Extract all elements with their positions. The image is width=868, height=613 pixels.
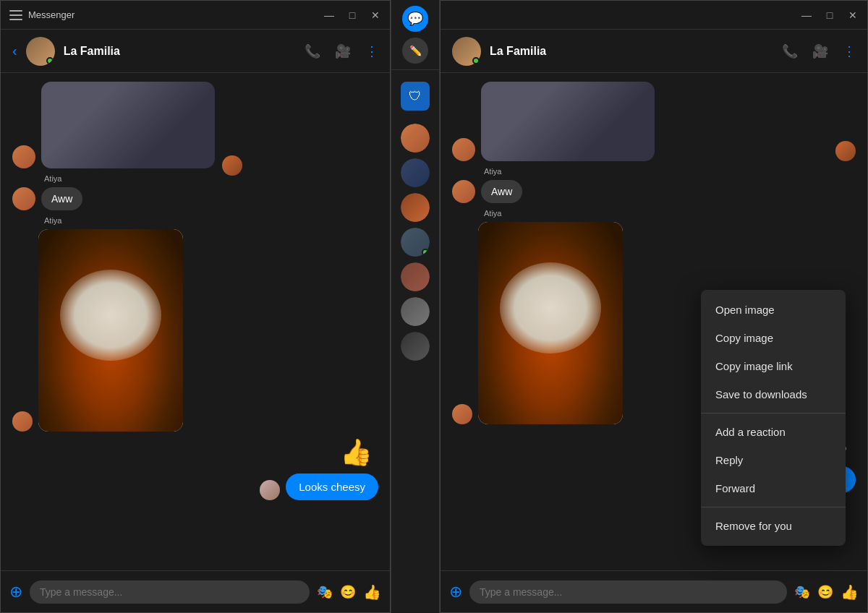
minimize-button[interactable]: — xyxy=(323,9,335,21)
contact-avatar-4[interactable] xyxy=(401,228,430,257)
online-indicator xyxy=(46,57,54,64)
messenger-logo[interactable]: 💬 xyxy=(402,6,428,32)
left-messenger-window: Messenger — □ ✕ ‹ La Familia 📞 🎥 ⋮ xyxy=(0,0,391,613)
context-menu-item-copy-image-link[interactable]: Copy image link xyxy=(701,352,846,380)
compose-button[interactable]: ✏️ xyxy=(402,38,428,64)
context-menu-divider-1 xyxy=(701,413,846,413)
context-menu-item-remove-for-you[interactable]: Remove for you xyxy=(701,512,846,540)
sticker-button-left[interactable]: 🎭 xyxy=(317,584,333,600)
avatar-atiya-1 xyxy=(12,187,35,210)
ublock-icon[interactable]: 🛡 xyxy=(401,82,430,111)
titlebar-left: Messenger — □ ✕ xyxy=(1,1,390,30)
message-group-aww: Atiya Aww xyxy=(12,174,378,210)
header-actions-left: 📞 🎥 ⋮ xyxy=(305,43,378,59)
contact-avatar-6[interactable] xyxy=(401,297,430,326)
message-row-aww: Aww xyxy=(12,187,378,210)
more-options-button[interactable]: ⋮ xyxy=(365,43,378,59)
bubble-aww: Aww xyxy=(41,187,82,210)
messenger-icon: 💬 xyxy=(407,11,423,27)
contact-avatar-5[interactable] xyxy=(401,262,430,291)
group-name-left: La Familia xyxy=(64,45,296,58)
maximize-button[interactable]: □ xyxy=(346,9,358,21)
contact-avatar-1[interactable] xyxy=(401,124,430,153)
contact-avatar-7[interactable] xyxy=(401,332,430,361)
add-button-left[interactable]: ⊕ xyxy=(9,583,22,601)
shield-icon: 🛡 xyxy=(409,89,422,104)
message-row-thumbs: 👍 xyxy=(12,437,378,468)
sender-label-atiya-1: Atiya xyxy=(44,174,378,183)
ublock-section: 🛡 xyxy=(401,79,430,113)
close-button[interactable]: ✕ xyxy=(370,9,381,21)
thumbs-up-button-left[interactable]: 👍 xyxy=(363,583,381,601)
app-title: Messenger xyxy=(28,9,323,20)
contact-avatar-2[interactable] xyxy=(401,158,430,187)
avatar-atiya-2 xyxy=(12,411,33,432)
context-menu-divider-2 xyxy=(701,507,846,507)
bubble-looks-cheesy: Looks cheesy xyxy=(286,473,378,500)
sidebar-top: 💬 ✏️ xyxy=(391,6,439,70)
footer-icons-right-left: 🎭 😊 👍 xyxy=(317,583,381,601)
context-menu-item-open-image[interactable]: Open image xyxy=(701,296,846,324)
avatar-self xyxy=(260,480,280,500)
message-row xyxy=(12,82,378,168)
online-dot-4 xyxy=(422,249,429,256)
chat-body-left: Atiya Aww Atiya 👍 xyxy=(1,73,390,570)
video-call-button[interactable]: 🎥 xyxy=(335,43,351,59)
window-controls: — □ ✕ xyxy=(323,9,381,21)
context-menu-item-forward[interactable]: Forward xyxy=(701,474,846,502)
compose-icon: ✏️ xyxy=(409,45,422,56)
context-menu-item-copy-image[interactable]: Copy image xyxy=(701,324,846,352)
message-row-food xyxy=(12,229,378,432)
context-menu-item-save-to-downloads[interactable]: Save to downloads xyxy=(701,380,846,408)
voice-call-button[interactable]: 📞 xyxy=(305,43,320,59)
food-image-bubble[interactable] xyxy=(38,229,183,432)
right-messenger-window: — □ ✕ La Familia 📞 🎥 ⋮ Atiya Aww xyxy=(440,0,868,613)
chat-header-left: ‹ La Familia 📞 🎥 ⋮ xyxy=(1,30,390,73)
avatar-left-1 xyxy=(12,145,35,168)
context-menu-item-reply[interactable]: Reply xyxy=(701,446,846,474)
hamburger-icon[interactable] xyxy=(9,9,22,22)
chat-footer-left: ⊕ 🎭 😊 👍 xyxy=(1,570,390,612)
sender-label-atiya-2: Atiya xyxy=(44,216,378,225)
back-button[interactable]: ‹ xyxy=(12,43,17,59)
thumbs-up-message: 👍 xyxy=(340,437,378,468)
message-row-cheesy: Looks cheesy xyxy=(12,473,378,500)
group-image-top xyxy=(41,82,215,168)
app-sidebar: 💬 ✏️ 🛡 xyxy=(391,0,440,613)
message-input-left[interactable] xyxy=(30,580,310,604)
context-menu: Open image Copy image Copy image link Sa… xyxy=(701,290,846,546)
message-group-food: Atiya xyxy=(12,216,378,432)
contact-avatar-3[interactable] xyxy=(401,193,430,222)
emoji-button-left[interactable]: 😊 xyxy=(340,584,356,600)
context-menu-item-add-reaction[interactable]: Add a reaction xyxy=(701,418,846,446)
group-avatar-left xyxy=(26,37,55,66)
